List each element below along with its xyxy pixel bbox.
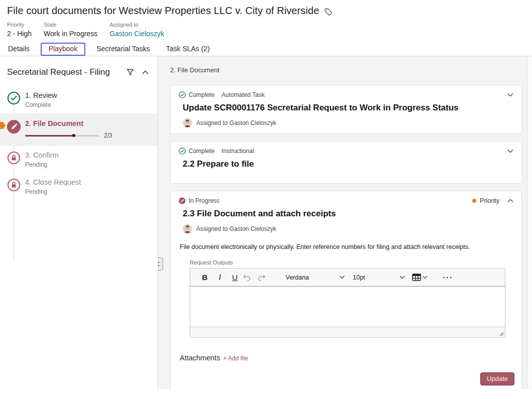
field-value: Work in Progress bbox=[44, 30, 97, 38]
check-circle-icon bbox=[7, 91, 21, 105]
tab-details[interactable]: Details bbox=[3, 43, 35, 56]
request-outputs-label: Request Outputs bbox=[190, 259, 513, 265]
chevron-down-icon bbox=[400, 276, 405, 279]
resize-handle-icon[interactable] bbox=[499, 331, 504, 336]
tab-task-slas[interactable]: Task SLAs (2) bbox=[161, 43, 215, 56]
task-card-automated: Complete Automated Task Update SCR000117… bbox=[170, 85, 522, 134]
panel-scrollbar[interactable] bbox=[527, 56, 532, 389]
field-label: Priority bbox=[7, 22, 32, 28]
stage-detail-panel: 2. File Document Complete Automated Task… bbox=[158, 56, 532, 389]
lock-circle-icon bbox=[7, 151, 21, 165]
in-progress-pencil-icon bbox=[179, 197, 186, 204]
chevron-down-icon[interactable] bbox=[507, 93, 513, 97]
stage-status: Complete bbox=[25, 101, 151, 108]
font-family-select[interactable]: Verdana bbox=[286, 274, 345, 281]
assigned-to-link[interactable]: Gaston Cieloszyk bbox=[109, 30, 164, 38]
playbook-sidebar: Secretarial Request - Filing 1. R bbox=[0, 56, 158, 389]
progress-bar bbox=[25, 135, 99, 137]
stage-progress: 2/3 bbox=[25, 132, 151, 139]
priority-label: Priority bbox=[480, 197, 499, 204]
undo-icon[interactable] bbox=[242, 274, 257, 281]
collapse-stages-icon[interactable] bbox=[142, 70, 149, 74]
editor-status-bar bbox=[190, 327, 505, 337]
playbook-title: Secretarial Request - Filing bbox=[7, 67, 126, 77]
underline-button[interactable]: U bbox=[227, 271, 242, 285]
table-icon bbox=[412, 274, 421, 282]
redo-icon[interactable] bbox=[257, 274, 273, 281]
pencil-circle-icon bbox=[7, 120, 21, 134]
font-size-select[interactable]: 10pt bbox=[353, 274, 405, 281]
complete-check-icon bbox=[179, 91, 186, 98]
complete-check-icon bbox=[179, 148, 186, 155]
record-header: File court documents for Westview Proper… bbox=[0, 0, 532, 38]
update-button[interactable]: Update bbox=[480, 372, 514, 385]
task-card-instructional: Complete Instructional 2.2 Prepare to fi… bbox=[170, 141, 522, 184]
tag-icon[interactable] bbox=[324, 8, 333, 16]
field-value: 2 - High bbox=[7, 30, 32, 38]
avatar bbox=[183, 224, 192, 233]
task-title: Update SCR0001176 Secretarial Request to… bbox=[183, 103, 513, 113]
italic-button[interactable]: I bbox=[212, 271, 227, 285]
chevron-down-icon bbox=[339, 276, 345, 279]
stage-name: 1. Review bbox=[25, 91, 151, 99]
add-file-link[interactable]: + Add file bbox=[223, 355, 248, 362]
attachments-label: Attachments bbox=[180, 354, 220, 362]
stage-name: 2. File Document bbox=[25, 119, 151, 127]
stage-close-request[interactable]: 4. Close Request Pending bbox=[0, 173, 158, 200]
rich-text-editor: B I U Verdana bbox=[190, 268, 505, 338]
font-family-value: Verdana bbox=[286, 274, 309, 281]
task-card-in-progress: In Progress Priority 2.3 File Document a… bbox=[170, 191, 522, 389]
collapse-panel-button[interactable] bbox=[158, 257, 163, 271]
field-priority: Priority 2 - High bbox=[7, 22, 32, 38]
more-options-icon[interactable]: ··· bbox=[443, 273, 453, 282]
stage-name: 3. Confirm bbox=[25, 151, 151, 159]
task-description: File document electronically or physical… bbox=[180, 243, 513, 250]
record-tabs: Details Playbook Secretarial Tasks Task … bbox=[0, 38, 532, 56]
chevron-up-icon[interactable] bbox=[507, 199, 513, 203]
font-size-value: 10pt bbox=[353, 274, 365, 281]
chevron-down-icon bbox=[423, 276, 428, 279]
chevron-down-icon[interactable] bbox=[507, 149, 513, 153]
bold-button[interactable]: B bbox=[197, 271, 212, 285]
section-title: 2. File Document bbox=[170, 66, 522, 74]
priority-dot-icon bbox=[472, 199, 476, 203]
editor-toolbar: B I U Verdana bbox=[190, 269, 505, 287]
field-assigned-to: Assigned to Gaston Cieloszyk bbox=[109, 22, 164, 38]
meta-fields: Priority 2 - High State Work in Progress… bbox=[7, 22, 525, 38]
stage-status: Pending bbox=[25, 188, 151, 195]
stage-review[interactable]: 1. Review Complete bbox=[0, 86, 158, 113]
task-title: 2.3 File Document and attach receipts bbox=[183, 209, 513, 219]
assigned-to-text: Assigned to Gaston Cieloszyk bbox=[196, 119, 276, 126]
task-status: In Progress bbox=[189, 197, 219, 204]
editor-text-area[interactable] bbox=[190, 287, 505, 327]
filter-icon[interactable] bbox=[126, 69, 134, 76]
task-type: Automated Task bbox=[221, 91, 264, 98]
task-status: Complete bbox=[189, 148, 214, 155]
field-label: State bbox=[44, 22, 97, 28]
stage-confirm[interactable]: 3. Confirm Pending bbox=[0, 146, 158, 173]
progress-label: 2/3 bbox=[104, 132, 112, 139]
priority-badge: Priority bbox=[472, 197, 499, 204]
lock-circle-icon bbox=[7, 178, 21, 192]
avatar bbox=[183, 118, 192, 127]
tab-secretarial-tasks[interactable]: Secretarial Tasks bbox=[91, 43, 155, 56]
field-state: State Work in Progress bbox=[44, 22, 97, 38]
field-label: Assigned to bbox=[109, 22, 164, 28]
playbook-app: File court documents for Westview Proper… bbox=[0, 0, 532, 399]
stage-status: Pending bbox=[25, 161, 151, 168]
tab-playbook[interactable]: Playbook bbox=[41, 43, 86, 56]
task-title: 2.2 Prepare to file bbox=[183, 159, 513, 169]
page-title: File court documents for Westview Proper… bbox=[7, 5, 319, 17]
task-status: Complete bbox=[189, 91, 214, 98]
assigned-to-text: Assigned to Gaston Cieloszyk bbox=[196, 225, 276, 232]
task-type: Instructional bbox=[221, 148, 254, 155]
stage-list: 1. Review Complete 2. File Document 2/3 bbox=[0, 86, 158, 200]
stage-file-document[interactable]: 2. File Document 2/3 bbox=[0, 113, 158, 146]
insert-table-button[interactable] bbox=[412, 274, 428, 282]
current-stage-marker-icon bbox=[0, 122, 6, 129]
stage-name: 4. Close Request bbox=[25, 178, 151, 186]
